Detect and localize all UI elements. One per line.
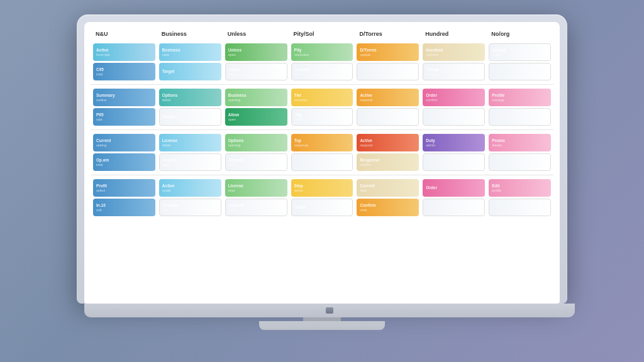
cell-label: Focus [163, 114, 218, 119]
cell-0-0-1[interactable]: Businessview [159, 43, 221, 61]
monitor-body: N&U Business Unless Pity/Sol D/Torres Hu… [77, 14, 567, 304]
monitor-power-button[interactable] [326, 307, 333, 314]
cell-label: License [162, 138, 218, 143]
cell-sublabel: detail [162, 98, 218, 102]
cell-3-1-2[interactable]: Allowednow [225, 199, 287, 216]
table-row[interactable]: P65rateFocusAllowopenTagtime [91, 108, 553, 126]
cell-label: Order [426, 185, 482, 190]
cell-1-0-0[interactable]: Summaryoutline [93, 89, 155, 106]
cell-3-0-1[interactable]: Activemode [159, 179, 221, 197]
cell-1-1-6[interactable] [489, 108, 551, 126]
cell-2-1-1[interactable]: Accessdate [159, 153, 221, 171]
cell-1-0-6[interactable]: Profilemanage [489, 89, 551, 106]
cell-2-0-3[interactable]: Topresponse [291, 134, 353, 151]
cell-1-0-4[interactable]: Activerespond [357, 89, 419, 106]
col-header-1: N&U [93, 30, 155, 38]
cell-sublabel: details [492, 143, 548, 148]
cell-sublabel: open [229, 163, 284, 167]
cell-1-0-2[interactable]: Businessopening [225, 89, 287, 106]
screen: N&U Business Unless Pity/Sol D/Torres Hu… [84, 22, 560, 304]
cell-label: Unless [228, 48, 284, 53]
table-row[interactable]: Op.amtotalAccessdateDomainopenResponseco… [91, 153, 553, 171]
cell-2-1-0[interactable]: Op.amtotal [93, 153, 155, 171]
cell-1-0-3[interactable]: Tiercommon [291, 89, 353, 106]
cell-3-1-5[interactable] [423, 199, 485, 216]
table-body: Activefund rateBusinessviewUnlessopenPit… [91, 43, 553, 220]
cell-3-1-3[interactable]: Settle [291, 199, 353, 216]
cell-0-0-4[interactable]: D/Torresupdate [357, 43, 419, 61]
cell-1-1-2[interactable]: Allowopen [225, 108, 287, 126]
cell-3-0-0[interactable]: Profitselect [93, 179, 155, 197]
cell-label: Confirm [360, 203, 416, 208]
cell-2-1-6[interactable] [489, 153, 551, 171]
cell-sublabel: open [228, 118, 284, 122]
cell-1-0-1[interactable]: Optionsdetail [159, 89, 221, 106]
cell-0-1-2[interactable]: Valuenew [225, 63, 287, 80]
cell-0-1-3[interactable]: Currentbase [291, 63, 353, 80]
cell-3-0-4[interactable]: Currentdata [357, 179, 419, 197]
cell-0-1-4[interactable] [357, 63, 419, 80]
cell-3-0-6[interactable]: Editprofile [489, 179, 551, 197]
cell-label: Current [96, 138, 152, 143]
table-row[interactable]: SummaryoutlineOptionsdetailBusinessopeni… [91, 89, 553, 106]
cell-2-1-3[interactable] [291, 153, 353, 171]
cell-2-0-5[interactable]: Dutyadmin [423, 134, 485, 151]
cell-label: Pity [294, 48, 350, 53]
cell-0-0-5[interactable]: Hundredconnect [423, 43, 485, 61]
cell-sublabel: detail [162, 143, 218, 148]
cell-label: Top [294, 138, 350, 143]
cell-2-1-5[interactable] [423, 153, 485, 171]
cell-2-0-1[interactable]: Licensedetail [159, 134, 221, 151]
cell-2-0-4[interactable]: Activerespond [357, 134, 419, 151]
table-row[interactable]: C95totalTargetValuenewCurrentbaseGroupse… [91, 63, 553, 80]
cell-1-1-4[interactable] [357, 108, 419, 126]
cell-1-1-5[interactable] [423, 108, 485, 126]
cell-sublabel: resolution [294, 53, 350, 57]
cell-0-1-6[interactable] [489, 63, 551, 80]
cell-0-1-0[interactable]: C95total [93, 63, 155, 80]
cell-sublabel: opening [228, 143, 284, 148]
cell-sublabel: respond [360, 98, 416, 102]
cell-3-0-3[interactable]: Stepactive [291, 179, 353, 197]
cell-label: Hundred [426, 48, 482, 53]
cell-0-1-1[interactable]: Target [159, 63, 221, 80]
cell-0-0-6[interactable]: No/orgstatus [489, 43, 551, 61]
cell-sublabel: update [360, 53, 416, 57]
cell-0-0-3[interactable]: Pityresolution [291, 43, 353, 61]
cell-0-0-0[interactable]: Activefund rate [93, 43, 155, 61]
cell-3-1-0[interactable]: In.10sub [93, 199, 155, 216]
cell-2-0-6[interactable]: Promodetails [489, 134, 551, 151]
cell-2-0-0[interactable]: Currentsetting [93, 134, 155, 151]
cell-label: D/Torres [360, 48, 416, 53]
table-row[interactable]: In.10subDomainfilterAllowednowSettleConf… [91, 199, 553, 216]
cell-2-0-2[interactable]: Optionsopening [225, 134, 287, 151]
table-row[interactable]: ProfitselectActivemodeLicensetotalStepac… [91, 179, 553, 197]
cell-label: P65 [96, 112, 152, 118]
cell-sublabel: data [360, 189, 416, 193]
cell-2-1-4[interactable]: Responseconfirm [357, 153, 419, 171]
cell-0-1-5[interactable]: Groupselect [423, 63, 485, 80]
cell-3-1-1[interactable]: Domainfilter [159, 199, 221, 216]
cell-label: Domain [229, 158, 284, 163]
table-row[interactable]: CurrentsettingLicensedetailOptionsopenin… [91, 134, 553, 151]
cell-3-1-4[interactable]: Confirmview [357, 199, 419, 216]
cell-1-0-5[interactable]: Orderconfirm [423, 89, 485, 106]
cell-label: Edit [492, 184, 548, 189]
cell-sublabel: fund rate [96, 53, 152, 57]
row-group-2: CurrentsettingLicensedetailOptionsopenin… [91, 134, 553, 175]
cell-1-1-1[interactable]: Focus [159, 108, 221, 126]
cell-3-0-5[interactable]: Order [423, 179, 485, 197]
cell-1-1-0[interactable]: P65rate [93, 108, 155, 126]
cell-sublabel: sub [96, 208, 152, 212]
cell-0-0-2[interactable]: Unlessopen [225, 43, 287, 61]
cell-1-1-3[interactable]: Tagtime [291, 108, 353, 126]
cell-sublabel: new [229, 72, 284, 77]
cell-label: Tag [295, 112, 350, 118]
cell-3-1-6[interactable] [489, 199, 551, 216]
cell-label: Step [294, 184, 350, 189]
cell-label: Active [162, 184, 218, 189]
table-row[interactable]: Activefund rateBusinessviewUnlessopenPit… [91, 43, 553, 61]
cell-2-1-2[interactable]: Domainopen [225, 153, 287, 171]
cell-3-0-2[interactable]: Licensetotal [225, 179, 287, 197]
cell-label: Group [426, 67, 481, 72]
